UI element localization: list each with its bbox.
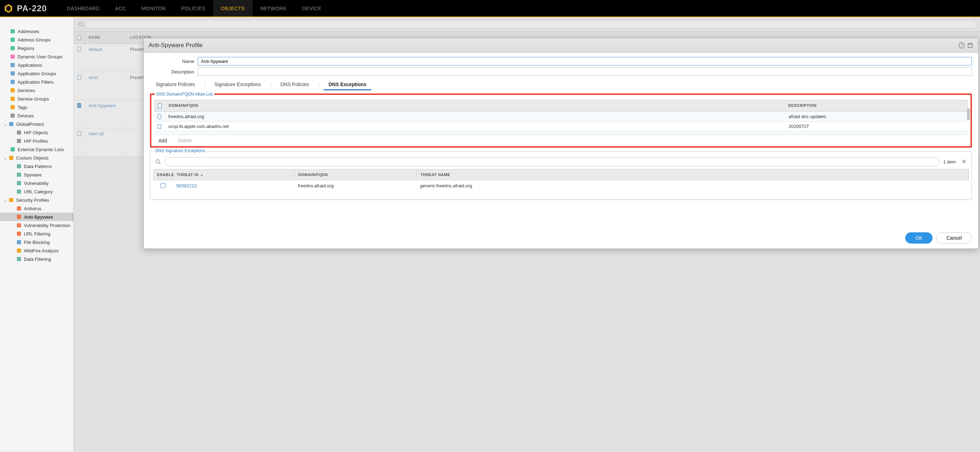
nav-dashboard[interactable]: DASHBOARD — [59, 0, 108, 16]
sidebar-item-addresses[interactable]: Addresses — [0, 27, 73, 35]
nav-policies[interactable]: POLICIES — [173, 0, 213, 16]
svg-rect-6 — [11, 80, 15, 84]
window-icon[interactable] — [967, 42, 973, 48]
scrollbar-thumb[interactable] — [967, 108, 970, 120]
sidebar-item-services[interactable]: Services — [0, 86, 73, 94]
sidebar-item-data-patterns[interactable]: Data Patterns — [0, 162, 73, 171]
row-domain: ocsp-lb.apple.com.akadns.net — [165, 121, 785, 131]
grid-header-checkbox[interactable] — [74, 32, 85, 43]
name-input[interactable] — [198, 57, 972, 65]
nav-device[interactable]: DEVICE — [294, 0, 329, 16]
svg-rect-14 — [11, 147, 15, 152]
row-name[interactable]: Alert all — [85, 128, 126, 156]
row-checkbox[interactable] — [74, 72, 85, 100]
search-icon — [77, 21, 85, 27]
row-checkbox[interactable] — [74, 100, 85, 128]
wf-icon — [16, 248, 22, 253]
allow-list-row[interactable]: ocsp-lb.apple.com.akadns.net20200727 — [154, 121, 968, 131]
sidebar-item-external-dynamic-lists[interactable]: External Dynamic Lists — [0, 145, 73, 153]
tab-signature-policies[interactable]: Signature Policies — [154, 80, 196, 89]
nav-acc[interactable]: ACC — [108, 0, 134, 16]
allow-list-row[interactable]: freedns.afraid.orgafraid dns updates — [154, 112, 968, 121]
sidebar-item-globalprotect[interactable]: ⌄GlobalProtect — [0, 120, 73, 128]
sidebar-item-service-groups[interactable]: Service Groups — [0, 94, 73, 103]
gp-icon — [8, 121, 14, 127]
help-icon[interactable]: ? — [959, 42, 965, 48]
spy-icon — [16, 172, 22, 177]
sidebar-item-devices[interactable]: Devices — [0, 112, 73, 120]
sidebar-item-antivirus[interactable]: Antivirus — [0, 204, 73, 212]
row-checkbox[interactable] — [154, 112, 165, 121]
svg-rect-10 — [11, 113, 15, 118]
description-input[interactable] — [198, 67, 972, 76]
sidebar-item-application-filters[interactable]: Application Filters — [0, 78, 73, 86]
sigex-header-threat-id[interactable]: THREAT ID▲ — [173, 169, 295, 180]
sidebar-item-file-blocking[interactable]: File Blocking — [0, 238, 73, 246]
sidebar-item-url-filtering[interactable]: URL Filtering — [0, 230, 73, 238]
row-checkbox[interactable] — [74, 128, 85, 156]
sidebar-item-label: External Dynamic Lists — [18, 147, 64, 152]
sigex-header-domain[interactable]: DOMAIN/FQDN — [295, 169, 417, 180]
sidebar-item-hip-profiles[interactable]: HIP Profiles — [0, 137, 73, 145]
appgroup-icon — [10, 71, 16, 76]
sidebar-item-hip-objects[interactable]: HIP Objects — [0, 128, 73, 137]
row-name[interactable]: strict — [85, 72, 126, 100]
sidebar-item-anti-spyware[interactable]: Anti-Spyware — [0, 212, 73, 221]
sidebar-item-label: Services — [18, 88, 35, 93]
nav-network[interactable]: NETWORK — [253, 0, 294, 16]
sidebar-item-regions[interactable]: Regions — [0, 44, 73, 53]
svg-rect-27 — [17, 257, 21, 261]
row-enable-checkbox[interactable] — [153, 180, 173, 191]
tab-dns-exceptions[interactable]: DNS Exceptions — [327, 80, 368, 89]
sigex-row[interactable]: 58392213freedns.afraid.orggeneric:freedn… — [153, 180, 969, 200]
sidebar-item-spyware[interactable]: Spyware — [0, 171, 73, 179]
tab-dns-policies[interactable]: DNS Policies — [279, 80, 310, 89]
row-checkbox[interactable] — [154, 121, 165, 131]
ok-button[interactable]: OK — [905, 232, 932, 244]
allow-list-actions: Add Delete — [151, 135, 970, 146]
sidebar-item-data-filtering[interactable]: Data Filtering — [0, 255, 73, 263]
allow-list-header-checkbox[interactable] — [154, 100, 165, 112]
allow-list-header-domain[interactable]: DOMAIN/FQDN — [165, 100, 785, 112]
row-threat-id[interactable]: 58392213 — [173, 180, 294, 191]
svg-point-28 — [79, 22, 83, 26]
grid-header-name[interactable]: NAME — [85, 32, 126, 43]
sidebar-item-applications[interactable]: Applications — [0, 61, 73, 69]
sidebar-item-label: Vulnerability Protection — [24, 223, 70, 228]
nav-objects[interactable]: OBJECTS — [213, 0, 253, 16]
sidebar-item-wildfire-analysis[interactable]: WildFire Analysis — [0, 246, 73, 255]
svg-rect-4 — [11, 63, 15, 67]
sidebar-item-label: Service Groups — [18, 96, 49, 102]
delete-button[interactable]: Delete — [178, 138, 192, 144]
sidebar-item-custom-objects[interactable]: ⌄Custom Objects — [0, 153, 73, 162]
nav-monitor[interactable]: MONITOR — [134, 0, 173, 16]
cancel-button[interactable]: Cancel — [936, 232, 972, 244]
sidebar-item-application-groups[interactable]: Application Groups — [0, 69, 73, 78]
sidebar-item-label: Antivirus — [24, 206, 41, 211]
allow-list-header-description[interactable]: DESCRIPTION — [785, 100, 967, 112]
tab-signature-exceptions[interactable]: Signature Exceptions — [213, 80, 262, 89]
expand-icon: ⌄ — [3, 198, 8, 203]
content-search-input[interactable] — [85, 20, 977, 29]
sigex-search-input[interactable] — [164, 157, 940, 166]
sidebar-item-dynamic-user-groups[interactable]: Dynamic User Groups — [0, 53, 73, 61]
add-button[interactable]: Add — [158, 138, 167, 144]
sidebar-item-label: HIP Profiles — [24, 139, 48, 144]
svg-rect-23 — [17, 223, 21, 227]
sigex-header-threat-name[interactable]: THREAT NAME — [417, 169, 969, 180]
row-name[interactable]: Anti-Spyware — [85, 100, 126, 128]
clear-icon[interactable]: ✕ — [959, 158, 969, 166]
sidebar-item-tags[interactable]: Tags — [0, 103, 73, 112]
sidebar-item-url-category[interactable]: URL Category — [0, 187, 73, 196]
row-name[interactable]: default — [85, 44, 126, 72]
sidebar-item-vulnerability[interactable]: Vulnerability — [0, 179, 73, 187]
sigex-count: 1 item — [943, 159, 956, 165]
sidebar-item-label: URL Filtering — [24, 231, 50, 236]
sidebar-item-vulnerability-protection[interactable]: Vulnerability Protection — [0, 221, 73, 230]
row-checkbox[interactable] — [74, 44, 85, 72]
svg-rect-9 — [11, 105, 15, 109]
regions-icon — [10, 45, 16, 51]
sidebar-item-security-profiles[interactable]: ⌄Security Profiles — [0, 196, 73, 204]
sigex-header-enable[interactable]: ENABLE — [153, 169, 173, 180]
sidebar-item-address-groups[interactable]: Address Groups — [0, 35, 73, 44]
